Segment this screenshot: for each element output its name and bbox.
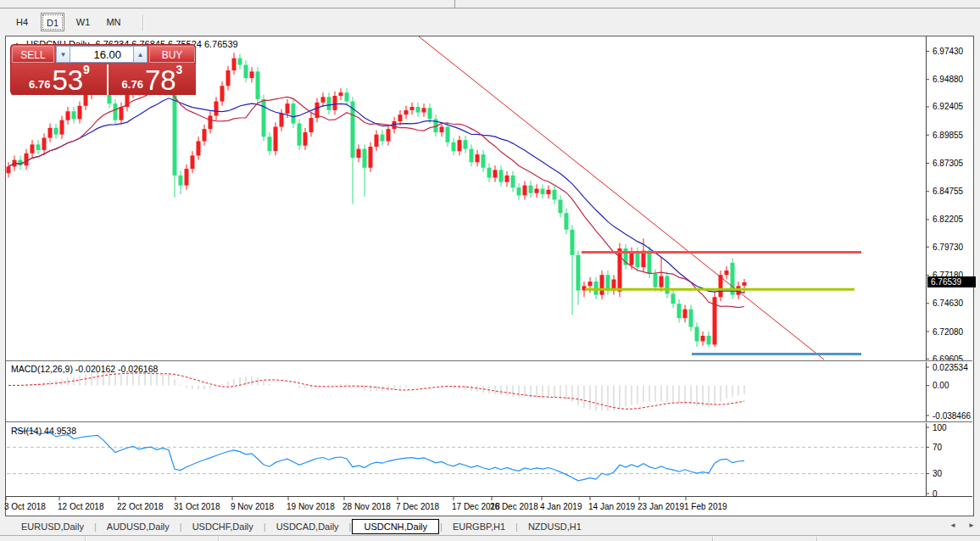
date-axis-label: 26 Dec 2018	[490, 502, 538, 511]
status-bar	[0, 535, 980, 541]
buy-price-prefix: 6.76	[122, 78, 143, 91]
trade-panel-top-row: SELL ▼ ▲ BUY	[11, 45, 195, 64]
ma-fast-line	[8, 90, 744, 308]
trade-panel-prices: 6.76539 6.76783	[12, 64, 196, 95]
price-axis-label: 6.87305	[933, 159, 964, 168]
date-axis-label: 31 Oct 2018	[174, 502, 220, 511]
status-divider	[85, 537, 86, 541]
date-axis-label: 4 Jan 2019	[540, 502, 582, 511]
one-click-trading-panel: SELL ▼ ▲ BUY 6.76539 6.76783	[10, 44, 196, 95]
date-axis-label: 9 Nov 2018	[231, 502, 275, 511]
current-price-tag: 6.76539	[927, 276, 976, 287]
chart-tab-usdcnh[interactable]: USDCNH,Daily	[352, 519, 439, 534]
price-axis-label: 6.92405	[933, 102, 964, 111]
macd-axis-label: 0.023534	[933, 363, 968, 372]
trading-terminal: H4D1W1MN 6.974306.948806.924056.898556.8…	[0, 0, 980, 541]
macd-axis-label: 0.00	[933, 381, 949, 390]
macd-indicator-label: MACD(12,26,9) -0.020162 -0.026168	[11, 364, 158, 374]
chart-tab-eurgbp[interactable]: EURGBP,H1	[443, 520, 515, 533]
date-axis-label: 3 Oct 2018	[4, 502, 46, 511]
up-arrow-icon: ▲	[137, 51, 144, 59]
volume-input[interactable]	[70, 46, 133, 63]
price-axis-label: 6.82205	[933, 215, 964, 224]
tab-scroll-right-icon[interactable]: ►	[968, 521, 975, 529]
status-divider	[816, 537, 818, 541]
date-axis-label: 1 Feb 2019	[684, 502, 727, 511]
date-axis-label: 14 Jan 2019	[588, 502, 635, 511]
date-axis-label: 22 Oct 2018	[117, 502, 164, 511]
chart-tab-usdcad[interactable]: USDCAD,Daily	[267, 520, 348, 533]
chart-tab-nzdusd[interactable]: NZDUSD,H1	[519, 520, 591, 533]
sell-price[interactable]: 6.76539	[12, 64, 107, 95]
buy-price-big: 78	[145, 68, 176, 93]
price-axis-label: 6.72080	[933, 327, 964, 337]
candlestick-series	[7, 53, 747, 347]
descending-trendline[interactable]	[419, 36, 824, 360]
price-axis-label: 6.74630	[933, 298, 964, 308]
buy-price[interactable]: 6.76783	[109, 64, 196, 95]
down-arrow-icon: ▼	[60, 51, 67, 59]
sell-price-sup: 9	[83, 63, 90, 76]
macd-histogram	[8, 371, 744, 411]
price-axis-label: 6.84755	[933, 187, 964, 196]
sell-button[interactable]: SELL	[12, 46, 54, 63]
rsi-axis-label: 100	[933, 423, 947, 432]
buy-price-sup: 3	[176, 63, 183, 76]
macd-axis-label: -0.038466	[933, 411, 971, 421]
chart-tab-eurusd[interactable]: EURUSD,Daily	[12, 520, 93, 533]
chart-tab-audusd[interactable]: AUDUSD,Daily	[97, 520, 179, 533]
chart-tab-usdchf[interactable]: USDCHF,Daily	[183, 520, 263, 533]
status-divider	[712, 537, 714, 541]
rsi-line	[14, 427, 744, 481]
price-axis-label: 6.94880	[933, 75, 964, 84]
date-axis-label: 7 Dec 2018	[396, 502, 440, 511]
tab-scroll-left-icon[interactable]: ◄	[949, 521, 956, 529]
status-divider	[218, 537, 220, 541]
volume-increase-button[interactable]: ▲	[133, 46, 148, 63]
volume-stepper: ▼ ▲	[56, 46, 148, 63]
buy-button[interactable]: BUY	[149, 46, 195, 63]
volume-decrease-button[interactable]: ▼	[56, 46, 70, 63]
rsi-axis-label: 0	[933, 489, 938, 499]
date-axis-label: 19 Nov 2018	[287, 502, 335, 511]
ma-slow-line	[8, 98, 744, 293]
price-axis-label: 6.97430	[933, 47, 964, 56]
date-axis-label: 23 Jan 2019	[638, 502, 684, 511]
date-axis-label: 12 Oct 2018	[58, 502, 104, 511]
tab-scroll-arrows: ◄ ►	[939, 521, 975, 529]
rsi-indicator-label: RSI(14) 44.9538	[11, 426, 76, 436]
rsi-axis-label: 30	[933, 469, 943, 478]
price-axis-label: 6.89855	[933, 131, 964, 140]
sell-price-big: 53	[52, 68, 83, 93]
price-axis-label: 6.79730	[933, 243, 964, 252]
sell-price-prefix: 6.76	[29, 78, 50, 91]
rsi-axis-label: 70	[933, 443, 943, 452]
date-axis-label: 28 Nov 2018	[342, 502, 391, 511]
chart-tab-bar: EURUSD,Daily|AUDUSD,Daily|USDCHF,Daily|U…	[0, 518, 980, 535]
